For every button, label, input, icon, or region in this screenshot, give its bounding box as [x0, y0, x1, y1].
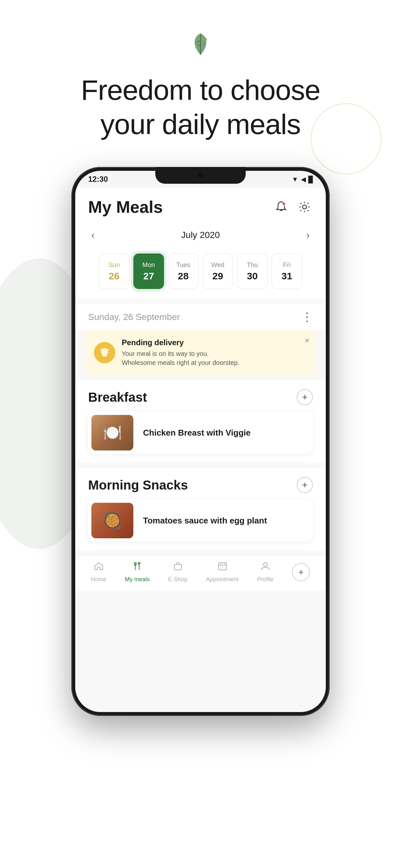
breakfast-meal-card[interactable]: Chicken Breast with Viggie: [88, 412, 313, 454]
svg-point-1: [282, 202, 285, 206]
battery-icon: █: [308, 176, 313, 183]
more-options-button[interactable]: ⋮: [301, 310, 313, 324]
tomato-meal-image: [91, 503, 133, 538]
day-sun-26[interactable]: Sun 26: [99, 253, 129, 289]
wifi-icon: ▼: [292, 176, 298, 183]
header-icons: [273, 198, 313, 215]
tomato-meal-name: Tomatoes sauce with egg plant: [136, 515, 274, 526]
day-num-27: 27: [143, 271, 154, 282]
day-selector: Sun 26 Mon 27 Tues 28 Wed 29: [75, 250, 326, 299]
nav-add-button[interactable]: +: [292, 563, 310, 581]
morning-snacks-meal-card[interactable]: Tomatoes sauce with egg plant: [88, 500, 313, 541]
next-month-button[interactable]: ›: [303, 226, 313, 244]
month-nav: ‹ July 2020 ›: [75, 223, 326, 250]
prev-month-button[interactable]: ‹: [88, 226, 98, 244]
morning-snacks-section: Morning Snacks + Tomatoes sauce with egg…: [75, 468, 326, 551]
day-name-thu: Thu: [247, 261, 258, 269]
page-wrapper: Freedom to choose your daily meals 12:30…: [0, 0, 401, 868]
day-name-wed: Wed: [211, 261, 224, 269]
nav-home-label: Home: [91, 576, 106, 583]
add-morning-snacks-button[interactable]: +: [297, 477, 313, 493]
status-icons: ▼ ◀ █: [292, 175, 313, 183]
delivery-title: Pending delivery: [122, 338, 240, 347]
nav-eshop[interactable]: E-Shop: [168, 561, 188, 583]
breakfast-title: Breakfast: [88, 390, 147, 405]
day-num-30: 30: [247, 271, 258, 282]
delivery-banner: Pending delivery Your meal is on its way…: [85, 330, 316, 375]
delivery-text: Pending delivery Your meal is on its way…: [122, 338, 240, 367]
section-date-row: Sunday, 26 September ⋮: [75, 304, 326, 330]
day-mon-27[interactable]: Mon 27: [133, 253, 164, 289]
day-name-sun: Sun: [109, 261, 120, 269]
nav-my-meals-label: My meals: [125, 576, 150, 583]
day-name-fri: Fri: [283, 261, 290, 269]
day-num-28: 28: [178, 271, 189, 282]
chicken-meal-image: [91, 415, 133, 451]
section-date-text: Sunday, 26 September: [88, 312, 180, 322]
nav-appointment-label: Appointment: [206, 576, 239, 583]
nav-my-meals[interactable]: My meals: [125, 561, 150, 583]
leaf-icon: [191, 32, 210, 60]
breakfast-section: Breakfast + Chicken Breast with Viggie: [75, 380, 326, 463]
bell-button[interactable]: [273, 198, 289, 215]
svg-point-2: [303, 205, 306, 209]
month-label: July 2020: [181, 230, 220, 240]
day-name-mon: Mon: [143, 261, 155, 269]
morning-snacks-section-header: Morning Snacks +: [88, 477, 313, 493]
delivery-close-button[interactable]: ×: [305, 336, 310, 345]
phone-shell: 12:30 ▼ ◀ █ My Meals: [71, 167, 330, 716]
nav-profile-label: Profile: [257, 576, 274, 583]
day-name-tue: Tues: [176, 261, 190, 269]
app-header: My Meals: [75, 188, 326, 223]
app-content[interactable]: My Meals: [75, 188, 326, 712]
bottom-nav: Home My meals: [75, 556, 326, 591]
delivery-icon-wrap: [94, 342, 115, 363]
day-tue-28[interactable]: Tues 28: [168, 253, 198, 289]
day-num-26: 26: [109, 271, 120, 282]
svg-text:1: 1: [221, 566, 223, 569]
utensils-icon: [132, 561, 142, 574]
calendar-icon: 1: [218, 561, 227, 574]
svg-point-12: [264, 562, 267, 566]
chicken-meal-name: Chicken Breast with Viggie: [136, 427, 257, 438]
app-title: My Meals: [88, 197, 163, 217]
nav-profile[interactable]: Profile: [257, 561, 274, 583]
home-icon: [94, 561, 104, 574]
signal-icon: ◀: [301, 175, 306, 183]
breakfast-section-header: Breakfast +: [88, 389, 313, 405]
bag-icon: [173, 561, 183, 574]
delivery-body: Your meal is on its way to you.Wholesome…: [122, 349, 240, 367]
nav-eshop-label: E-Shop: [168, 576, 188, 583]
day-wed-29[interactable]: Wed 29: [203, 253, 233, 289]
nav-home[interactable]: Home: [91, 561, 106, 583]
phone-screen: 12:30 ▼ ◀ █ My Meals: [75, 171, 326, 712]
svg-rect-6: [174, 564, 181, 570]
day-num-31: 31: [281, 271, 292, 282]
morning-snacks-title: Morning Snacks: [88, 478, 188, 492]
status-time: 12:30: [88, 175, 108, 184]
chicken-food-image: [91, 415, 133, 451]
person-icon: [260, 561, 270, 574]
headline: Freedom to choose your daily meals: [55, 73, 346, 141]
day-thu-30[interactable]: Thu 30: [237, 253, 268, 289]
day-num-29: 29: [212, 271, 223, 282]
bg-circle: [311, 103, 382, 175]
tomato-food-image: [91, 503, 133, 538]
add-breakfast-button[interactable]: +: [297, 389, 313, 405]
nav-appointment[interactable]: 1 Appointment: [206, 561, 239, 583]
settings-button[interactable]: [296, 198, 313, 215]
day-fri-31[interactable]: Fri 31: [272, 253, 302, 289]
phone-notch: [155, 167, 246, 184]
